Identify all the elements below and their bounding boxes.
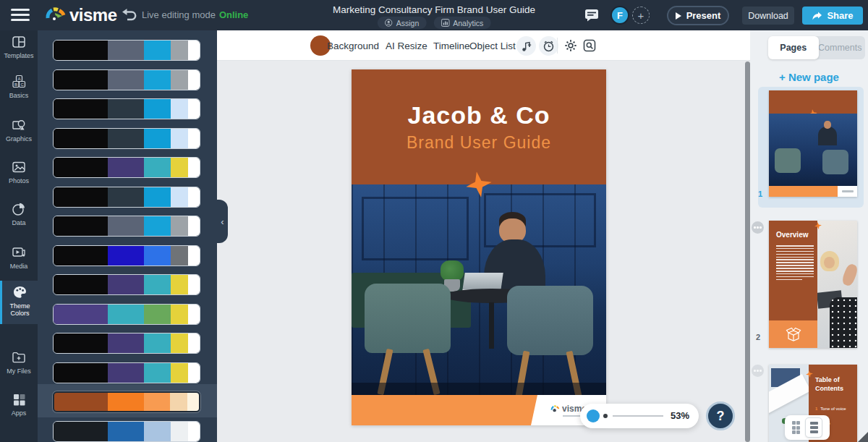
palette-color-swatch <box>54 99 108 119</box>
palette-color-swatch <box>188 158 200 177</box>
palette-row[interactable] <box>53 40 200 61</box>
palette-color-swatch <box>144 333 170 353</box>
page-number-1: 1 <box>758 190 762 198</box>
sidebar-item-basics[interactable]: ABC Basics <box>0 75 38 99</box>
palette-color-swatch <box>54 70 108 90</box>
palette-color-swatch <box>144 305 170 324</box>
palette-row-selected[interactable] <box>53 391 200 412</box>
page-thumbnail-2[interactable]: Overview <box>769 221 857 348</box>
palette-row[interactable] <box>53 69 200 90</box>
comments-icon[interactable] <box>584 9 599 22</box>
palette-color-swatch <box>108 99 145 119</box>
comment-indicator[interactable] <box>752 365 764 377</box>
palette-color-swatch <box>171 363 188 383</box>
star-icon <box>805 370 814 378</box>
zoom-preview-button[interactable] <box>583 39 596 52</box>
zoom-percentage: 53% <box>671 410 689 421</box>
cover-header-block[interactable]: Jacob & Co Brand User Guide <box>352 69 606 184</box>
palette-color-swatch <box>188 333 200 353</box>
vertical-scrollbar[interactable] <box>745 61 750 442</box>
sidebar-item-media[interactable]: Media <box>0 245 38 270</box>
sidebar-item-theme-colors[interactable]: Theme Colors <box>0 281 38 324</box>
cover-title-text[interactable]: Jacob & Co <box>352 69 606 129</box>
undo-button[interactable] <box>122 8 137 22</box>
palette-color-swatch <box>54 305 108 324</box>
topbar-pills: Assign Analytics <box>378 17 491 29</box>
sidebar-item-photos[interactable]: Photos <box>0 160 38 184</box>
visme-logo[interactable]: visme <box>45 5 117 25</box>
palette-color-swatch <box>188 216 200 236</box>
help-button[interactable]: ? <box>706 401 735 430</box>
palette-row[interactable] <box>53 187 200 208</box>
sidebar-item-my-files[interactable]: My Files <box>0 350 38 375</box>
cover-subtitle-text[interactable]: Brand User Guide <box>352 133 606 153</box>
play-icon <box>676 12 681 20</box>
templates-icon <box>12 35 26 49</box>
assign-icon <box>385 19 393 27</box>
sidebar-item-data[interactable]: Data <box>0 202 38 226</box>
analytics-button[interactable]: Analytics <box>433 17 490 29</box>
new-page-button[interactable]: + New page <box>750 71 868 83</box>
timer-button[interactable] <box>539 36 558 56</box>
palette-row[interactable] <box>53 304 200 325</box>
palette-color-swatch <box>188 99 200 119</box>
settings-button[interactable] <box>564 39 577 52</box>
toolbar-divider <box>557 38 558 54</box>
ai-resize-button[interactable]: AI Resize <box>386 30 427 61</box>
logo-text: visme <box>69 5 117 25</box>
palette-color-swatch <box>108 70 145 90</box>
palette-color-swatch <box>188 70 200 90</box>
palette-row[interactable] <box>53 128 200 149</box>
sidebar-item-apps[interactable]: Apps <box>0 393 38 417</box>
design-page[interactable]: Jacob & Co Brand User Guide v <box>352 69 606 425</box>
palette-row[interactable] <box>53 421 200 442</box>
page-thumbnail-1[interactable]: Brand User Guide <box>769 90 857 197</box>
svg-text:A: A <box>18 77 21 81</box>
present-button[interactable]: Present <box>667 6 729 25</box>
column-view-icon[interactable] <box>805 417 822 438</box>
cover-photo[interactable] <box>352 184 606 395</box>
star-icon[interactable] <box>464 169 494 200</box>
audio-button[interactable] <box>516 36 536 56</box>
palette-color-swatch <box>171 99 188 119</box>
zoom-preview-icon <box>583 39 596 52</box>
zoom-slider-track[interactable] <box>613 415 663 417</box>
sidebar-item-templates[interactable]: Templates <box>0 35 38 59</box>
hamburger-menu-button[interactable] <box>11 9 30 22</box>
apps-icon <box>12 393 26 407</box>
background-button[interactable]: Background <box>327 30 379 61</box>
tab-pages[interactable]: Pages <box>768 36 819 59</box>
palette-color-swatch <box>170 393 187 411</box>
chair-left <box>365 284 451 353</box>
palette-color-swatch <box>54 246 108 265</box>
palette-color-swatch <box>171 246 188 265</box>
assign-button[interactable]: Assign <box>378 17 427 29</box>
palette-row[interactable] <box>53 333 200 354</box>
collapse-panel-button[interactable]: ‹ <box>217 200 228 243</box>
share-button[interactable]: Share <box>802 7 863 25</box>
palette-row[interactable] <box>53 216 200 237</box>
object-list-button[interactable]: Object List <box>469 30 516 61</box>
palette-color-swatch <box>54 187 108 207</box>
palette-row[interactable] <box>53 274 200 295</box>
palette-row[interactable] <box>53 157 200 178</box>
palette-row[interactable] <box>53 245 200 266</box>
tab-comments[interactable]: Comments <box>815 36 866 59</box>
palette-color-swatch <box>171 333 188 353</box>
palette-row[interactable] <box>53 98 200 119</box>
zoom-slider-handle[interactable] <box>587 409 600 422</box>
graphics-icon <box>12 118 26 132</box>
cover-footer-bar[interactable]: visme <box>352 395 606 425</box>
palette-color-swatch <box>171 70 188 90</box>
download-button[interactable]: Download <box>742 7 794 25</box>
sidebar-item-graphics[interactable]: Graphics <box>0 118 38 143</box>
timeline-button[interactable]: Timeline <box>433 30 470 61</box>
canvas-toolbar: Background AI Resize Timeline Object Lis… <box>217 30 750 61</box>
add-collaborator-button[interactable]: + <box>632 7 650 24</box>
comment-indicator[interactable] <box>752 221 764 234</box>
palette-color-swatch <box>108 41 145 60</box>
user-avatar[interactable]: F <box>610 6 629 25</box>
palette-row[interactable] <box>53 362 200 383</box>
grid-view-icon[interactable] <box>792 421 801 434</box>
my-files-icon <box>12 350 26 365</box>
